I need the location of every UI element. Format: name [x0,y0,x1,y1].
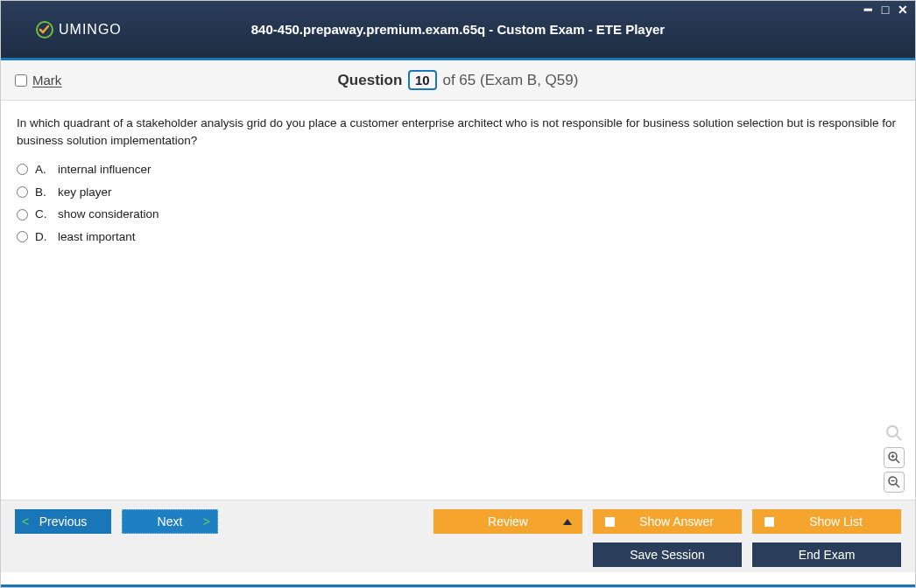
option-d-radio[interactable] [17,231,28,242]
save-session-label: Save Session [630,548,705,562]
chevron-left-icon: < [22,514,29,528]
svg-line-4 [896,459,899,463]
svg-line-2 [897,436,901,440]
logo-check-icon [34,19,55,40]
next-button[interactable]: Next > [122,509,218,534]
question-of-text: of 65 (Exam B, Q59) [442,72,578,88]
end-exam-label: End Exam [799,548,856,562]
question-indicator: Question 10 of 65 (Exam B, Q59) [1,70,915,90]
next-label: Next [158,514,183,528]
search-icon[interactable] [884,423,905,444]
question-number: 10 [408,70,437,90]
show-list-label: Show List [781,514,891,528]
option-b[interactable]: B. key player [17,184,899,201]
logo-text: UMINGO [59,22,122,38]
show-answer-button[interactable]: Show Answer [593,509,742,534]
footer-row-1: < Previous Next > Review Show Answer Sho… [15,509,901,534]
mark-mnemonic: M [32,73,44,88]
review-button[interactable]: Review [433,509,582,534]
option-text: least important [58,228,136,246]
close-icon[interactable]: ✕ [896,3,910,17]
option-b-radio[interactable] [17,186,28,198]
svg-line-8 [896,484,899,487]
option-text: show consideration [58,206,159,223]
zoom-controls [884,423,905,493]
mark-checkbox-input[interactable] [15,74,27,87]
maximize-icon[interactable]: □ [878,3,892,17]
window-title: 840-450.prepaway.premium.exam.65q - Cust… [1,22,915,37]
bottom-stripe [1,584,915,587]
option-letter: A. [35,161,51,178]
checkbox-icon [765,517,774,527]
previous-label: Previous [39,514,87,528]
window-controls: ━ □ ✕ [861,3,910,17]
option-letter: C. [35,206,51,223]
option-a-radio[interactable] [17,164,28,175]
option-a[interactable]: A. internal influencer [17,161,899,178]
checkbox-icon [605,517,615,527]
zoom-out-icon[interactable] [884,472,905,493]
option-c-radio[interactable] [17,209,28,220]
svg-point-1 [887,426,898,437]
option-letter: B. [35,184,51,201]
option-letter: D. [35,228,51,246]
options-list: A. internal influencer B. key player C. … [17,161,899,245]
option-text: key player [58,184,112,201]
save-session-button[interactable]: Save Session [593,542,742,567]
zoom-in-icon[interactable] [884,447,905,468]
minimize-icon[interactable]: ━ [861,3,875,17]
footer-row-2: Save Session End Exam [15,542,901,567]
mark-rest: ark [44,73,62,88]
option-d[interactable]: D. least important [17,228,899,246]
review-label: Review [488,514,528,528]
option-c[interactable]: C. show consideration [17,206,899,223]
app-logo: UMINGO [34,19,122,40]
show-answer-label: Show Answer [622,514,731,528]
end-exam-button[interactable]: End Exam [752,542,901,567]
content-area: In which quadrant of a stakeholder analy… [1,101,915,500]
previous-button[interactable]: < Previous [15,509,111,534]
chevron-right-icon: > [203,514,210,528]
question-word: Question [338,72,403,88]
show-list-button[interactable]: Show List [752,509,901,534]
question-header: Mark Question 10 of 65 (Exam B, Q59) [1,60,915,101]
title-bar: ━ □ ✕ UMINGO 840-450.prepaway.premium.ex… [1,1,915,60]
mark-checkbox[interactable]: Mark [15,73,61,88]
option-text: internal influencer [58,161,151,178]
footer: < Previous Next > Review Show Answer Sho… [1,500,915,572]
question-text: In which quadrant of a stakeholder analy… [17,115,899,149]
